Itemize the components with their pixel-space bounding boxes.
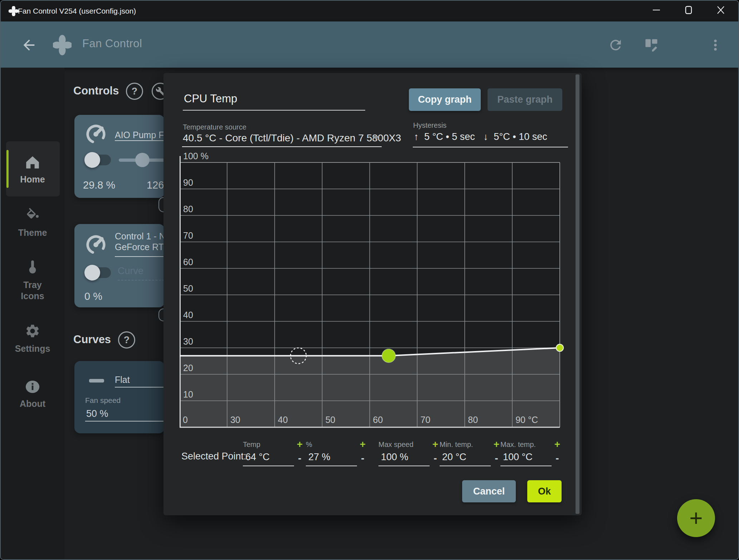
selected-point-label: Selected Point:	[181, 451, 246, 462]
help-glyph: ?	[124, 335, 130, 346]
y-tick-label: 80	[183, 204, 193, 214]
increase-percent-button[interactable]: +	[357, 439, 368, 450]
selected-point-dot[interactable]	[382, 349, 396, 362]
increase-max-temp-button[interactable]: +	[552, 439, 563, 450]
temp-input[interactable]: 64 °C	[243, 450, 294, 466]
control-enable-toggle[interactable]	[89, 267, 111, 278]
help-glyph: ?	[132, 86, 138, 97]
dialog-scrollbar[interactable]	[576, 74, 579, 514]
input-underline	[115, 140, 165, 141]
x-tick-label: 30	[230, 415, 240, 425]
slider-thumb[interactable]	[135, 153, 150, 167]
gauge-icon	[84, 123, 107, 147]
hysteresis-up-value: 5 °C • 5 sec	[424, 131, 475, 142]
cancel-button[interactable]: Cancel	[462, 480, 516, 502]
field-label: Min. temp.	[440, 440, 491, 449]
ok-button[interactable]: Ok	[527, 480, 562, 502]
curve-name-input[interactable]: Flat	[115, 375, 165, 385]
control-enable-toggle[interactable]	[89, 155, 111, 165]
input-underline	[115, 256, 165, 257]
control-name-input[interactable]: Control 1 - N	[115, 231, 165, 242]
app-fan-icon	[9, 6, 19, 18]
thermometer-icon	[25, 267, 40, 277]
y-tick-label: 20	[183, 363, 193, 373]
sidebar-item-theme[interactable]: Theme	[1, 208, 64, 238]
sidebar-item-home[interactable]: Home	[1, 155, 64, 185]
control-name-input[interactable]: AIO Pump Fa	[115, 130, 165, 140]
gear-icon	[25, 331, 40, 341]
x-tick-label: 80	[468, 415, 478, 425]
close-button[interactable]	[710, 2, 732, 18]
min-temp-input[interactable]: 20 °C	[440, 450, 491, 466]
copy-graph-button[interactable]: Copy graph	[409, 88, 481, 111]
controls-header: Controls	[73, 84, 119, 97]
back-arrow-icon[interactable]	[20, 36, 38, 54]
curve-editor-dialog: CPU Temp Copy graph Paste graph Temperat…	[163, 73, 582, 515]
field-label: Max speed	[378, 440, 430, 449]
minimize-button[interactable]	[645, 2, 667, 18]
sidebar-item-about[interactable]: About	[1, 380, 64, 409]
chevron-down-icon[interactable]	[373, 136, 379, 140]
refresh-icon[interactable]	[606, 36, 625, 54]
home-icon	[24, 161, 41, 171]
x-tick-label: 0	[183, 415, 188, 425]
x-tick-label: 40	[278, 415, 288, 425]
control-rpm-value: 126	[147, 179, 164, 191]
title-bar: Fan Control V254 (userConfig.json)	[1, 1, 738, 21]
toggle-knob[interactable]	[84, 265, 100, 281]
more-options-icon[interactable]	[706, 36, 725, 54]
max-speed-field: Max speed+ 100 %-	[378, 439, 442, 466]
sidebar-item-label: Settings	[1, 343, 64, 354]
control-percent-value: 0 %	[84, 291, 102, 302]
hysteresis-field[interactable]: ↑ 5 °C • 5 sec ↓ 5°C • 10 sec	[414, 131, 547, 142]
sidebar: Home Theme Tray Icons Setting	[1, 68, 64, 560]
fan-curve-chart[interactable]: 100 %908070605040302010030405060708090 °…	[180, 145, 566, 435]
y-tick-label: 50	[183, 283, 193, 293]
sidebar-item-label: Tray Icons	[13, 279, 52, 302]
max-speed-input[interactable]: 100 %	[378, 450, 430, 466]
sidebar-item-label: About	[1, 398, 64, 409]
field-label: Temp	[243, 440, 294, 449]
y-tick-label: 90	[183, 177, 193, 188]
toggle-knob[interactable]	[84, 152, 100, 168]
curve-select-placeholder[interactable]: Curve	[118, 266, 143, 277]
end-point-dot[interactable]	[556, 344, 563, 351]
decrease-temp-button[interactable]: -	[294, 453, 305, 464]
fan-speed-value[interactable]: 50 %	[86, 408, 108, 419]
field-label: Max. temp.	[500, 440, 552, 449]
arrow-up-icon: ↑	[414, 131, 419, 142]
page-title: Fan Control	[82, 37, 142, 50]
hysteresis-label: Hysteresis	[413, 121, 446, 130]
max-temp-input[interactable]: 100 °C	[500, 450, 552, 466]
x-tick-label: 50	[326, 415, 336, 425]
curve-select-underline	[118, 280, 165, 281]
plus-icon: +	[689, 505, 703, 531]
sidebar-item-settings[interactable]: Settings	[1, 323, 64, 354]
sidebar-item-tray-icons[interactable]: Tray Icons	[1, 259, 64, 302]
paste-graph-button[interactable]: Paste graph	[488, 88, 562, 111]
decrease-percent-button[interactable]: -	[357, 453, 368, 464]
percent-input[interactable]: 27 %	[306, 450, 357, 466]
y-tick-label: 100 %	[183, 151, 209, 161]
add-curve-fab[interactable]: +	[677, 499, 715, 537]
arrow-down-icon: ↓	[483, 131, 488, 142]
increase-temp-button[interactable]: +	[294, 439, 305, 450]
curves-header: Curves	[73, 333, 111, 346]
edit-layout-icon[interactable]	[642, 36, 661, 54]
min-temp-field: Min. temp.+ 20 °C-	[440, 439, 503, 466]
selected-point-temp-field: Temp+ 64 °C-	[243, 439, 307, 466]
app-bar: Fan Control	[1, 21, 738, 68]
temperature-source-label: Temperature source	[183, 123, 246, 131]
fan-logo-icon	[53, 36, 72, 54]
controls-help-icon[interactable]: ?	[126, 83, 143, 100]
temperature-source-select[interactable]: 40.5 °C - Core (Tctl/Tdie) - AMD Ryzen 7…	[183, 132, 401, 144]
sidebar-item-label: Home	[1, 174, 64, 185]
curve-name-input[interactable]: CPU Temp	[184, 92, 237, 105]
control-name-input-line2: GeForce RTX	[115, 242, 165, 252]
curves-help-icon[interactable]: ?	[118, 331, 135, 349]
x-tick-label: 90 °C	[515, 415, 538, 425]
gauge-icon	[84, 233, 107, 258]
maximize-button[interactable]	[677, 2, 700, 18]
x-tick-label: 70	[420, 415, 430, 425]
decrease-max-temp-button[interactable]: -	[552, 453, 563, 464]
